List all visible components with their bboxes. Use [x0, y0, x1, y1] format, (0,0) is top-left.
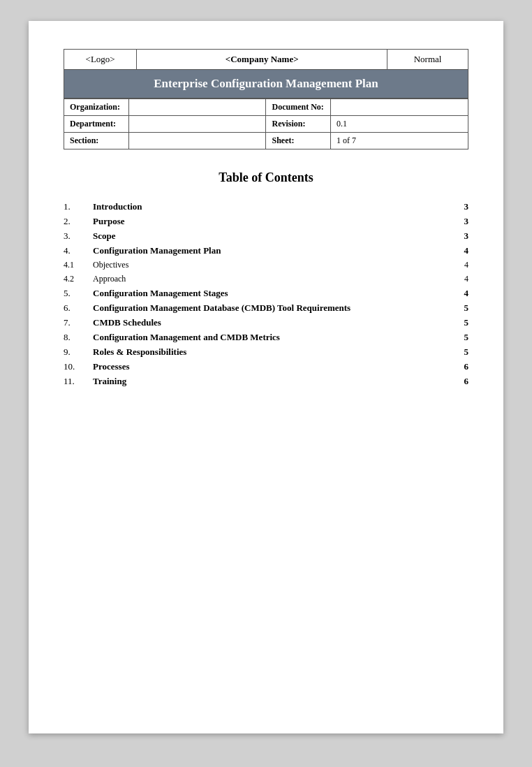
company-cell: <Company Name> — [137, 50, 387, 70]
toc-entry-content: Introduction 3 — [93, 201, 468, 212]
toc-entry-text: Purpose — [93, 216, 125, 227]
toc-title: Table of Contents — [64, 170, 468, 185]
toc-item: 4.2 Approach 4 — [64, 272, 468, 286]
toc-entry-text: Objectives — [93, 260, 128, 270]
toc-entry-text: Introduction — [93, 201, 142, 212]
toc-entry-content: Configuration Management Database (CMDB)… — [93, 302, 468, 314]
sheet-label: Sheet: — [266, 133, 331, 149]
toc-entry-page: 4 — [464, 274, 468, 284]
toc-item: 3. Scope 3 — [64, 228, 468, 243]
toc-entry-number: 5. — [64, 288, 93, 299]
header-table: <Logo> <Company Name> Normal — [64, 49, 468, 70]
toc-entry-number: 8. — [64, 332, 93, 343]
toc-item: 9. Roles & Responsibilities 5 — [64, 344, 468, 359]
toc-entry-number: 6. — [64, 302, 93, 314]
toc-entry-text: Configuration Management Database (CMDB)… — [93, 302, 350, 314]
toc-entry-number: 4.1 — [64, 260, 93, 270]
rev-value: 0.1 — [331, 116, 468, 133]
toc-entry-text: Configuration Management and CMDB Metric… — [93, 332, 280, 343]
toc-entry-number: 7. — [64, 317, 93, 328]
toc-item: 10. Processes 6 — [64, 359, 468, 374]
toc-entry-text: CMDB Schedules — [93, 317, 161, 328]
toc-entry-number: 4. — [64, 245, 93, 256]
toc-item: 5. Configuration Management Stages 4 — [64, 286, 468, 300]
toc-item: 11. Training 6 — [64, 374, 468, 388]
toc-entry-page: 5 — [464, 317, 469, 328]
toc-entry-content: Processes 6 — [93, 361, 468, 372]
toc-entry-page: 3 — [464, 201, 469, 212]
toc-entry-number: 9. — [64, 346, 93, 358]
toc-item: 2. Purpose 3 — [64, 214, 468, 228]
docno-label: Document No: — [266, 99, 331, 116]
logo-cell: <Logo> — [64, 50, 137, 70]
toc-entry-text: Scope — [93, 231, 116, 242]
toc-entry-number: 4.2 — [64, 274, 93, 284]
toc-entry-content: Configuration Management Plan 4 — [93, 245, 468, 256]
toc-item: 6. Configuration Management Database (CM… — [64, 300, 468, 315]
toc-entry-text: Processes — [93, 361, 129, 372]
info-table: Organization: Document No: Department: R… — [64, 98, 468, 149]
toc-entry-number: 1. — [64, 201, 93, 212]
toc-item: 8. Configuration Management and CMDB Met… — [64, 330, 468, 344]
document-title: Enterprise Configuration Management Plan — [64, 70, 468, 98]
toc-entry-page: 3 — [464, 216, 469, 227]
toc-entry-content: Objectives 4 — [93, 260, 468, 270]
org-label: Organization: — [64, 99, 129, 116]
toc-entry-text: Roles & Responsibilities — [93, 346, 186, 358]
toc-entry-text: Approach — [93, 274, 126, 284]
toc-entry-page: 5 — [464, 332, 469, 343]
toc-entry-content: Roles & Responsibilities 5 — [93, 346, 468, 358]
sheet-value: 1 of 7 — [331, 133, 468, 149]
toc-entry-page: 3 — [464, 231, 469, 242]
toc-entry-page: 4 — [464, 260, 468, 270]
toc-entry-content: Configuration Management Stages 4 — [93, 288, 468, 299]
dept-label: Department: — [64, 116, 129, 133]
toc-entry-content: Configuration Management and CMDB Metric… — [93, 332, 468, 343]
toc-entry-content: Purpose 3 — [93, 216, 468, 227]
toc-entry-text: Training — [93, 376, 126, 387]
toc-entry-text: Configuration Management Plan — [93, 245, 221, 256]
toc-entry-number: 3. — [64, 231, 93, 242]
toc-entry-content: CMDB Schedules 5 — [93, 317, 468, 328]
toc-entry-page: 4 — [464, 288, 469, 299]
toc-item: 4.1 Objectives 4 — [64, 258, 468, 272]
org-value — [128, 99, 266, 116]
toc-entry-text: Configuration Management Stages — [93, 288, 228, 299]
toc-item: 1. Introduction 3 — [64, 199, 468, 214]
toc-entry-number: 10. — [64, 361, 93, 372]
toc-entry-content: Approach 4 — [93, 274, 468, 284]
toc-entry-content: Training 6 — [93, 376, 468, 387]
normal-cell: Normal — [387, 50, 468, 70]
toc-entry-page: 6 — [464, 376, 469, 387]
toc-container: 1. Introduction 3 2. Purpose 3 3. Scope … — [64, 199, 468, 388]
page: <Logo> <Company Name> Normal Enterprise … — [29, 21, 503, 733]
docno-value — [331, 99, 468, 116]
section-value — [128, 133, 266, 149]
toc-entry-page: 5 — [464, 302, 469, 314]
dept-value — [128, 116, 266, 133]
toc-entry-page: 5 — [464, 346, 469, 358]
toc-entry-page: 4 — [464, 245, 469, 256]
toc-entry-number: 2. — [64, 216, 93, 227]
toc-entry-content: Scope 3 — [93, 231, 468, 242]
toc-item: 4. Configuration Management Plan 4 — [64, 243, 468, 258]
rev-label: Revision: — [266, 116, 331, 133]
toc-item: 7. CMDB Schedules 5 — [64, 315, 468, 330]
toc-entry-number: 11. — [64, 376, 93, 387]
section-label: Section: — [64, 133, 129, 149]
toc-entry-page: 6 — [464, 361, 469, 372]
